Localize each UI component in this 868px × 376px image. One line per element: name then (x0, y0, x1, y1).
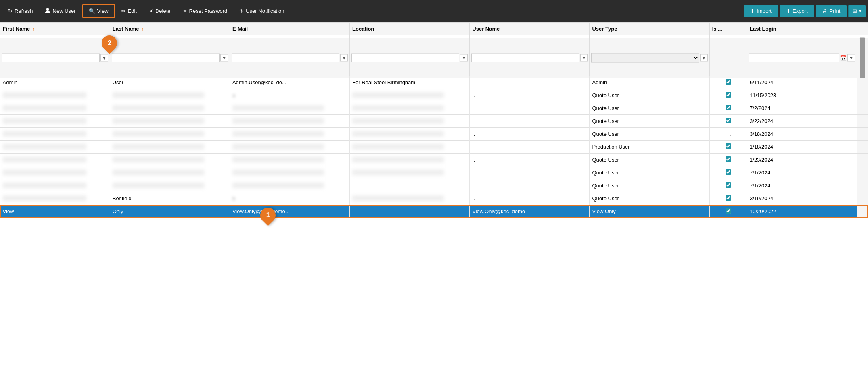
cell-lastname-selected: Only (110, 205, 230, 218)
table-row[interactable]: .. Quote User 3/18/2024 (0, 128, 868, 141)
scroll-cell (857, 154, 868, 166)
export-button[interactable]: ⬇ Export (780, 5, 814, 17)
view-button[interactable]: 🔍 View (82, 4, 115, 18)
col-label-location: Location (352, 26, 374, 32)
cell-email (230, 102, 349, 115)
cell-username: . (470, 166, 590, 179)
refresh-label: Refresh (15, 8, 33, 14)
refresh-icon: ↻ (8, 8, 13, 14)
cell-usertype-selected: View Only (590, 205, 709, 218)
table-row[interactable]: Quote User 3/22/2024 (0, 115, 868, 128)
filter-location-icon[interactable]: ▼ (460, 54, 468, 62)
col-header-is[interactable]: Is ... (709, 23, 747, 35)
is-checkbox[interactable] (726, 169, 731, 175)
users-table: First Name ↑ Last Name ↑ E-Mail Location (0, 22, 868, 218)
filter-usertype-icon[interactable]: ▼ (700, 54, 708, 62)
is-checkbox[interactable] (726, 105, 731, 110)
cell-is (709, 102, 747, 115)
new-user-button[interactable]: + New User (40, 4, 82, 18)
is-checkbox[interactable] (726, 131, 731, 136)
table-body: Admin User Admin.User@kec_de... For Real… (0, 76, 868, 218)
view-label: View (97, 8, 109, 14)
filter-lastlogin-input[interactable] (749, 54, 839, 62)
is-checkbox[interactable] (726, 195, 731, 201)
filter-username-icon[interactable]: ▼ (580, 54, 588, 62)
table-row[interactable]: .. Quote User 1/23/2024 (0, 154, 868, 166)
filter-email-icon[interactable]: ▼ (340, 54, 348, 62)
filter-lastlogin-icon[interactable]: ▼ (847, 54, 855, 62)
cell-lastlogin: 3/18/2024 (747, 128, 857, 141)
table-row-selected[interactable]: View Only View.Only@kec_demo... View.Onl… (0, 205, 868, 218)
is-checkbox[interactable] (726, 118, 731, 123)
col-header-lastname[interactable]: Last Name ↑ (110, 23, 230, 35)
cell-is (709, 115, 747, 128)
grid-dropdown-button[interactable]: ⊞ ▾ (848, 5, 866, 17)
scroll-col-header (857, 23, 868, 35)
reset-password-button[interactable]: ✳ Reset Password (177, 5, 233, 17)
filter-lastname-icon[interactable]: ▼ (220, 54, 228, 62)
col-label-usertype: User Type (592, 26, 617, 32)
filter-usertype-select[interactable] (591, 53, 699, 63)
edit-button[interactable]: ✏ Edit (116, 5, 142, 17)
table-row[interactable]: . Quote User 7/1/2024 (0, 166, 868, 179)
is-checkbox[interactable] (726, 79, 731, 85)
table-row[interactable]: . Production User 1/18/2024 (0, 141, 868, 154)
filter-lastname-input[interactable] (112, 54, 220, 62)
filter-firstname-icon[interactable]: ▼ (100, 54, 108, 62)
cell-lastlogin: 1/23/2024 (747, 154, 857, 166)
col-header-username[interactable]: User Name (470, 23, 590, 35)
is-checkbox[interactable] (726, 143, 731, 149)
user-notification-icon: ✳ (239, 8, 244, 14)
cell-is (709, 166, 747, 179)
import-icon: ⬆ (750, 8, 755, 14)
filter-location-input[interactable] (351, 54, 459, 62)
calendar-icon[interactable]: 📅 (840, 55, 847, 61)
refresh-button[interactable]: ↻ Refresh (2, 5, 39, 17)
cell-firstname (0, 89, 110, 102)
cell-usertype: Quote User (590, 115, 709, 128)
cell-location (350, 89, 470, 102)
cell-firstname-selected: View (0, 205, 110, 218)
col-header-lastlogin[interactable]: Last Login (747, 23, 857, 35)
col-label-lastname: Last Name (113, 26, 139, 32)
filter-is-cell (709, 37, 747, 78)
table-row[interactable]: . Quote User 7/1/2024 (0, 179, 868, 192)
table-row[interactable]: a .. Quote User 11/15/2023 (0, 89, 868, 102)
filter-username-input[interactable] (471, 54, 579, 62)
cell-usertype: Quote User (590, 179, 709, 192)
filter-email-input[interactable] (232, 54, 339, 62)
user-notification-button[interactable]: ✳ User Notification (234, 5, 290, 17)
col-header-firstname[interactable]: First Name ↑ (0, 23, 110, 35)
is-checkbox[interactable] (726, 92, 731, 98)
filter-firstname-input[interactable] (2, 54, 100, 62)
print-label: Print (830, 8, 841, 14)
cell-firstname (0, 154, 110, 166)
col-label-email: E-Mail (232, 26, 248, 32)
is-checkbox-selected[interactable] (726, 208, 731, 214)
is-checkbox[interactable] (726, 182, 731, 188)
cell-username: .. (470, 89, 590, 102)
is-checkbox[interactable] (726, 156, 731, 162)
col-header-location[interactable]: Location (350, 23, 470, 35)
col-header-usertype[interactable]: User Type (590, 23, 709, 35)
import-button[interactable]: ⬆ Import (744, 5, 778, 17)
cell-username-selected: View.Only@kec_demo (470, 205, 590, 218)
grid-icon: ⊞ (853, 8, 857, 14)
print-icon: 🖨 (822, 8, 828, 14)
cell-location (350, 179, 470, 192)
table-row[interactable]: Quote User 7/2/2024 (0, 102, 868, 115)
cell-email (230, 179, 349, 192)
print-button[interactable]: 🖨 Print (816, 5, 847, 17)
col-label-is: Is ... (712, 26, 722, 32)
cell-lastlogin: 11/15/2023 (747, 89, 857, 102)
cell-lastlogin-selected: 10/20/2022 (747, 205, 857, 218)
cell-username: .. (470, 128, 590, 141)
cell-location (350, 115, 470, 128)
col-header-email[interactable]: E-Mail (230, 23, 349, 35)
reset-password-icon: ✳ (183, 8, 187, 14)
cell-usertype: Production User (590, 141, 709, 154)
delete-button[interactable]: ✕ Delete (143, 5, 176, 17)
table-row[interactable]: Benfield b .. Quote User 3/19/2024 (0, 192, 868, 205)
cell-email (230, 141, 349, 154)
cell-firstname (0, 115, 110, 128)
